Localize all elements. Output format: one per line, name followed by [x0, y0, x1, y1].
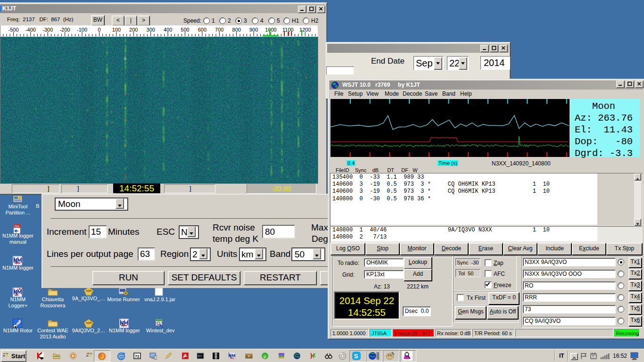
svg-text:µ: µ [264, 354, 266, 359]
svg-text:1100: 1100 [282, 27, 294, 33]
svg-text:1200: 1200 [299, 27, 311, 33]
svg-text:S: S [354, 353, 358, 360]
svg-text:1000: 1000 [265, 27, 276, 33]
svg-text:600: 600 [198, 27, 206, 33]
svg-text:7z: 7z [135, 354, 140, 359]
svg-text:PDF: PDF [15, 225, 19, 228]
svg-text:-300: -300 [42, 27, 53, 33]
svg-text:500: 500 [181, 27, 189, 33]
svg-text:-400: -400 [25, 27, 36, 33]
svg-text:-500: -500 [8, 27, 18, 33]
svg-text:C:\: C:\ [198, 354, 202, 357]
svg-text:900: 900 [249, 27, 258, 33]
svg-text:300: 300 [147, 27, 155, 33]
svg-text:200: 200 [129, 27, 138, 33]
svg-text:ADIF: ADIF [86, 321, 92, 324]
svg-text:-100: -100 [77, 27, 87, 33]
svg-text:0: 0 [98, 27, 100, 33]
svg-text:800: 800 [232, 27, 241, 33]
svg-text:400: 400 [164, 27, 172, 33]
svg-text:100: 100 [112, 27, 121, 33]
svg-text:ADIF: ADIF [86, 289, 92, 292]
svg-text:-200: -200 [60, 27, 70, 33]
svg-text:700: 700 [215, 27, 223, 33]
